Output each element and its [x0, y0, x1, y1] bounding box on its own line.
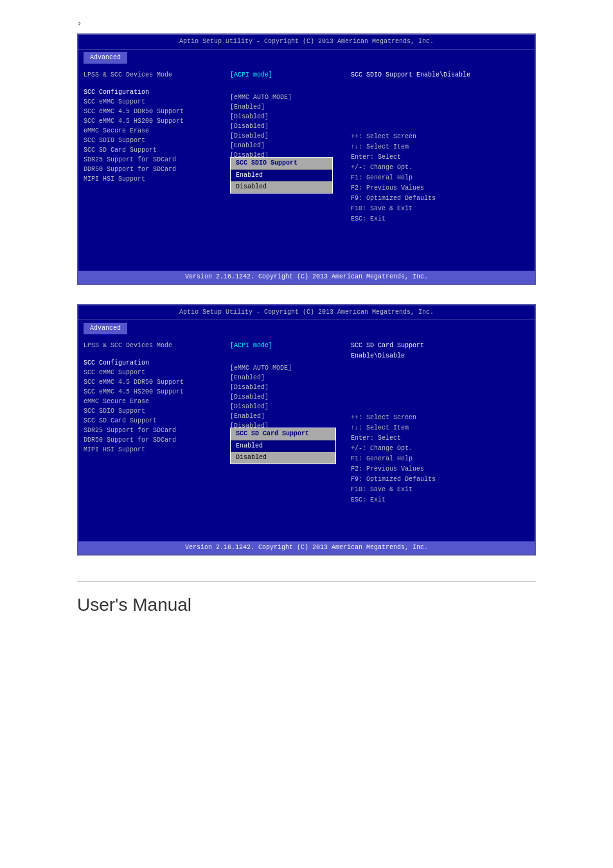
- help-change-1: +/-: Change Opt.: [351, 163, 529, 173]
- dropdown-option-disabled-1[interactable]: Disabled: [231, 181, 332, 193]
- help-f2-1: F2: Previous Values: [351, 183, 529, 194]
- help-esc-2: ESC: Exit: [351, 495, 529, 505]
- help-enter-1: Enter: Select: [351, 152, 529, 163]
- help-f9-1: F9: Optimized Defaults: [351, 194, 529, 204]
- dropdown-option-enabled-1[interactable]: Enabled: [231, 170, 332, 181]
- bios-screen-2: Aptio Setup Utility - Copyright (C) 2013…: [77, 304, 536, 556]
- emmc-erase-2: eMMC Secure Erase: [84, 397, 222, 406]
- emmc-erase: eMMC Secure Erase: [84, 126, 222, 136]
- disabled-val-3: [Disabled]: [230, 131, 342, 141]
- emmc-support-2: SCC eMMC Support: [84, 368, 222, 377]
- help-f10-2: F10: Save & Exit: [351, 485, 529, 495]
- help-esc-1: ESC: Exit: [351, 214, 529, 224]
- bios-body-2: LPSS & SCC Devices Mode SCC Configuratio…: [78, 336, 535, 541]
- lpss-mode-label: LPSS & SCC Devices Mode: [84, 70, 222, 80]
- bios-tab-1[interactable]: Advanced: [84, 52, 127, 64]
- bios-header-1: Aptio Setup Utility - Copyright (C) 2013…: [78, 35, 535, 50]
- disabled-val-1: [Disabled]: [230, 112, 342, 122]
- sd-card-support: SCC SD Card Support: [84, 145, 222, 155]
- help-select-screen-1: ++: Select Screen: [351, 132, 529, 142]
- help-select-item-1: ↑↓: Select Item: [351, 142, 529, 152]
- sdio-support: SCC SDIO Support: [84, 136, 222, 145]
- lpss-mode-label-2: LPSS & SCC Devices Mode: [84, 341, 222, 350]
- help-select-item-2: ↑↓: Select Item: [351, 423, 529, 433]
- emmc-hs200-2: SCC eMMC 4.5 HS200 Support: [84, 387, 222, 397]
- help-f2-2: F2: Previous Values: [351, 464, 529, 475]
- bios-left-col-1: LPSS & SCC Devices Mode SCC Configuratio…: [84, 70, 225, 266]
- bios-tab-2[interactable]: Advanced: [84, 323, 127, 334]
- disabled-val-3-2: [Disabled]: [230, 402, 342, 411]
- help-f10-1: F10: Save & Exit: [351, 204, 529, 214]
- enabled-val-2: [Enabled]: [230, 141, 342, 150]
- emmc-auto-val: [eMMC AUTO MODE]: [230, 93, 342, 102]
- mipi-hsi: MIPI HSI Support: [84, 174, 222, 184]
- bios-screen-1: Aptio Setup Utility - Copyright (C) 2013…: [77, 33, 536, 285]
- sdr25-support-2: SDR25 Support for SDCard: [84, 426, 222, 435]
- bios-left-col-2: LPSS & SCC Devices Mode SCC Configuratio…: [84, 341, 225, 536]
- disabled-val-2-2: [Disabled]: [230, 392, 342, 402]
- bios-footer-1: Version 2.16.1242. Copyright (C) 2013 Am…: [78, 271, 535, 284]
- scc-config-label: SCC Configuration: [84, 87, 222, 97]
- emmc-support: SCC eMMC Support: [84, 97, 222, 107]
- help-change-2: +/-: Change Opt.: [351, 444, 529, 454]
- sd-card-support-2: SCC SD Card Support: [84, 416, 222, 426]
- emmc-hs200: SCC eMMC 4.5 HS200 Support: [84, 116, 222, 126]
- disabled-val-2: [Disabled]: [230, 122, 342, 131]
- bios-header-2: Aptio Setup Utility - Copyright (C) 2013…: [78, 305, 535, 320]
- emmc-ddr50: SCC eMMC 4.5 DDR50 Support: [84, 107, 222, 116]
- acpi-mode-val-2: [ACPI mode]: [230, 341, 342, 350]
- bios-right-col-1: SCC SDIO Support Enable\Disable ++: Sele…: [351, 70, 529, 266]
- enabled-val-2-2: [Enabled]: [230, 411, 342, 421]
- ddr50-support: DDR50 Support for SDCard: [84, 165, 222, 174]
- enabled-val-1: [Enabled]: [230, 102, 342, 112]
- mipi-hsi-2: MIPI HSI Support: [84, 445, 222, 455]
- sdr25-support: SDR25 Support for SDCard: [84, 155, 222, 165]
- bios-body-1: LPSS & SCC Devices Mode SCC Configuratio…: [78, 65, 535, 271]
- help-f1-2: F1: General Help: [351, 454, 529, 464]
- bios-center-col-2: [ACPI mode] [eMMC AUTO MODE] [Enabled] […: [230, 341, 346, 536]
- right-description-2: SCC SD Card Support Enable\Disable: [351, 341, 529, 361]
- help-f1-1: F1: General Help: [351, 173, 529, 183]
- dropdown-option-enabled-2[interactable]: Enabled: [231, 440, 335, 452]
- ddr50-support-2: DDR50 Support for SDCard: [84, 435, 222, 445]
- dropdown-title-1: SCC SDIO Support: [231, 158, 332, 170]
- dropdown-option-disabled-2[interactable]: Disabled: [231, 452, 335, 464]
- emmc-auto-val-2: [eMMC AUTO MODE]: [230, 363, 342, 373]
- right-description-1: SCC SDIO Support Enable\Disable: [351, 70, 529, 80]
- users-manual-label: User's Manual: [77, 595, 191, 615]
- bios-right-col-2: SCC SD Card Support Enable\Disable ++: S…: [351, 341, 529, 536]
- dropdown-title-2: SCC SD Card Support: [231, 428, 335, 440]
- sdio-dropdown[interactable]: SCC SDIO Support Enabled Disabled: [230, 157, 333, 194]
- help-select-screen-2: ++: Select Screen: [351, 413, 529, 423]
- help-f9-2: F9: Optimized Defaults: [351, 475, 529, 485]
- page-container: › Aptio Setup Utility - Copyright (C) 20…: [0, 0, 613, 628]
- sdio-support-2: SCC SDIO Support: [84, 406, 222, 416]
- help-enter-2: Enter: Select: [351, 433, 529, 444]
- page-marker: ›: [77, 13, 536, 28]
- bios-center-col-1: [ACPI mode] [eMMC AUTO MODE] [Enabled] […: [230, 70, 346, 266]
- disabled-val-1-2: [Disabled]: [230, 383, 342, 392]
- bios-footer-2: Version 2.16.1242. Copyright (C) 2013 Am…: [78, 541, 535, 554]
- enabled-val-1-2: [Enabled]: [230, 373, 342, 383]
- scc-config-label-2: SCC Configuration: [84, 358, 222, 368]
- acpi-mode-val: [ACPI mode]: [230, 70, 342, 80]
- sdcard-dropdown[interactable]: SCC SD Card Support Enabled Disabled: [230, 428, 336, 464]
- emmc-ddr50-2: SCC eMMC 4.5 DDR50 Support: [84, 377, 222, 387]
